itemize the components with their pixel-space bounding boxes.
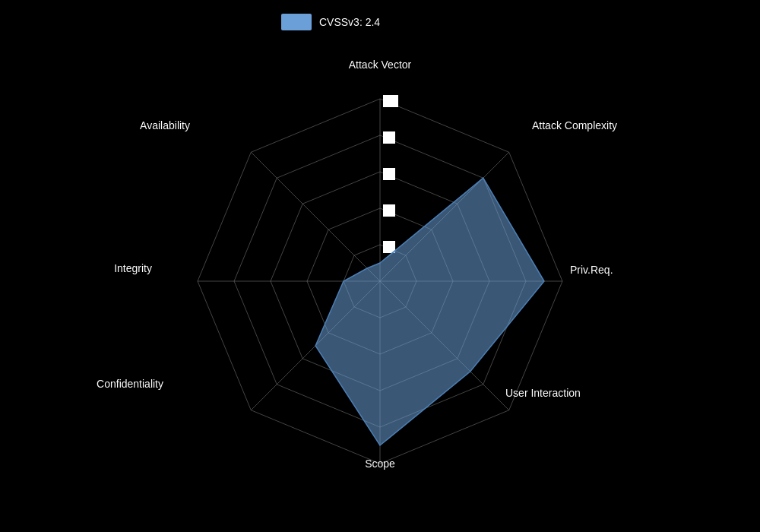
svg-text:6: 6 <box>384 168 390 180</box>
label-user-interaction: User Interaction <box>505 387 581 399</box>
chart-container: .axis-label { font-family: Arial, sans-s… <box>0 0 760 532</box>
label-priv-req: Priv.Req. <box>570 264 613 276</box>
svg-text:2: 2 <box>384 241 390 253</box>
svg-text:4: 4 <box>384 204 390 217</box>
legend-label: CVSSv3: 2.4 <box>319 16 380 28</box>
svg-text:10: 10 <box>384 95 396 107</box>
label-attack-complexity: Attack Complexity <box>532 119 617 131</box>
legend-color-box <box>281 14 312 30</box>
label-integrity: Integrity <box>114 262 152 274</box>
label-confidentiality: Confidentiality <box>97 378 163 390</box>
label-scope: Scope <box>365 458 395 470</box>
svg-text:8: 8 <box>384 131 390 144</box>
label-attack-vector: Attack Vector <box>349 59 412 71</box>
label-availability: Availability <box>140 119 190 131</box>
